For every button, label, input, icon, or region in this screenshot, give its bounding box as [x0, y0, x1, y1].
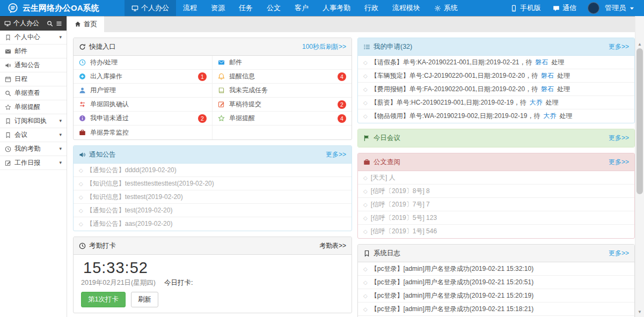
attendance-sheet-link[interactable]: 考勤表>>	[319, 241, 346, 250]
handler-name-link[interactable]: 磐石	[541, 71, 554, 80]
bookmark-icon	[5, 118, 11, 124]
sidebar-item-bill-remind[interactable]: 单据提醒	[0, 100, 67, 114]
search-icon[interactable]	[47, 20, 53, 27]
nav-item-hr-attendance[interactable]: 人事考勤	[316, 0, 357, 16]
user-avatar[interactable]	[588, 2, 599, 14]
nav-item-resource[interactable]: 资源	[204, 0, 232, 16]
quick-item-bill-remind[interactable]: 单据提醒 4	[213, 112, 352, 126]
list-item[interactable]: ◇【请假条】单号:KA-20190221-001,日期:2019-02-21，待…	[358, 56, 634, 69]
nav-item-system[interactable]: 系统	[427, 0, 465, 16]
more-link[interactable]: 更多>>	[609, 42, 629, 51]
list-item[interactable]: ◇【通知公告】aas(2019-02-20)	[74, 217, 352, 231]
quick-item-label: 我未完成任务	[229, 86, 268, 95]
punch-in-button[interactable]: 第1次打卡	[81, 292, 126, 307]
list-item[interactable]: ◇[信呼〔2019〕1号] 546	[358, 225, 634, 238]
my-applications-header: 我的申请(32) 更多>>	[358, 38, 634, 56]
list-item[interactable]: ◇【知识信息】testtesttesttesttest(2019-02-20)	[74, 177, 352, 190]
vertical-scrollbar[interactable]: ▲ ▼	[635, 16, 644, 317]
list-item[interactable]: ◇【pc登录】[admin]用户名登录成功(2019-02-21 15:18:2…	[358, 303, 634, 316]
quick-item-apply-rejected[interactable]: 我申请未通过 2	[74, 112, 213, 126]
scroll-up-icon[interactable]: ▲	[635, 41, 644, 48]
list-item[interactable]: ◇【车辆预定】单号:CJ-20190220-001,日期:2019-02-20，…	[358, 69, 634, 83]
quick-item-bill-monitor[interactable]: 单据异常监控	[74, 126, 213, 139]
sidebar-item-notice[interactable]: 通知公告	[0, 58, 67, 72]
nav-item-workflow[interactable]: 流程	[176, 0, 204, 16]
more-link[interactable]: 更多>>	[609, 134, 629, 143]
nav-item-label: 系统	[444, 3, 458, 13]
handler-name-link[interactable]: 大乔	[543, 112, 556, 121]
list-item[interactable]: ◇[信呼〔2019〕8号] 8	[358, 185, 634, 198]
count-badge: 4	[338, 114, 346, 123]
list-item[interactable]: ◇【通知公告】test(2019-02-20)	[74, 204, 352, 217]
sidebar-item-work-daily[interactable]: 工作日报 ▾	[0, 156, 67, 170]
quick-item-draft-submit[interactable]: 草稿待提交 2	[213, 98, 352, 112]
sidebar-item-subscribe[interactable]: 订阅和回执 ▾	[0, 114, 67, 128]
nav-item-label: 流程模块	[392, 3, 420, 13]
nav-item-personal-office[interactable]: 个人办公	[125, 0, 176, 16]
main-area: 首页 快捷入口 100秒后刷新>> 待办/处理 邮件	[68, 16, 644, 317]
more-link[interactable]: 更多>>	[609, 249, 629, 258]
sidebar-item-personal-center[interactable]: 个人中心 ▾	[0, 31, 67, 45]
sidebar-item-schedule[interactable]: 日程	[0, 72, 67, 86]
nav-item-workflow-module[interactable]: 流程模块	[385, 0, 427, 16]
list-item[interactable]: ◇【薪资】单号:HC-20190219-001,日期:2019-02-19，待大…	[358, 96, 634, 109]
diamond-bullet-icon: ◇	[79, 208, 83, 213]
handler-name-link[interactable]: 大乔	[530, 98, 543, 107]
list-item[interactable]: ◇【pc登录】[admin]用户名登录成功(2019-02-21 15:32:1…	[358, 262, 634, 276]
sidebar: 个人办公 个人中心 ▾ 邮件 通知公告 日程 单据查看 单据提醒 订阅和回执 ▾…	[0, 16, 67, 317]
sidebar-item-mail[interactable]: 邮件	[0, 45, 67, 58]
more-link[interactable]: 更多>>	[609, 158, 629, 167]
nav-item-label: 行政	[364, 3, 378, 13]
quick-entry-header: 快捷入口 100秒后刷新>>	[74, 38, 352, 56]
bars-icon[interactable]	[56, 20, 62, 27]
app-brand[interactable]: 云生网络办公OA系统	[0, 0, 125, 16]
sidebar-item-label: 单据提醒	[14, 102, 40, 112]
tab-home[interactable]: 首页	[68, 16, 104, 32]
list-item[interactable]: ◇【费用报销】单号:FA-20190220-001,日期:2019-02-20，…	[358, 83, 634, 96]
quick-item-warehouse[interactable]: 出入库操作 1	[74, 70, 213, 84]
today-meeting-header: 今日会议 更多>>	[358, 129, 634, 147]
gear-icon	[434, 5, 441, 12]
diamond-bullet-icon: ◇	[363, 86, 368, 92]
chevron-down-icon	[628, 5, 635, 12]
list-item[interactable]: ◇[信呼〔2019〕5号] 123	[358, 211, 634, 225]
nav-item-administration[interactable]: 行政	[357, 0, 385, 16]
list-item[interactable]: ◇【通知公告】dddd(2019-02-20)	[74, 164, 352, 177]
list-item[interactable]: ◇[天天] 人	[358, 171, 634, 185]
user-menu[interactable]: 管理员	[603, 3, 638, 13]
plus-circle-icon	[79, 73, 86, 80]
refresh-countdown-link[interactable]: 100秒后刷新>>	[302, 42, 346, 51]
list-item[interactable]: ◇[信呼〔2019〕7号] 7	[358, 198, 634, 211]
list-item[interactable]: ◇【pc登录】[admin]用户名登录成功(2019-02-21 15:20:5…	[358, 276, 634, 289]
list-item[interactable]: ◇【物品领用】单号:WA-20190219-002,日期:2019-02-19，…	[358, 109, 634, 123]
scrollbar-thumb[interactable]	[636, 48, 643, 194]
nav-item-customer[interactable]: 客户	[288, 0, 316, 16]
bell-icon	[218, 73, 225, 80]
quick-item-mail[interactable]: 邮件	[213, 56, 352, 70]
quick-item-receipt-confirm[interactable]: 单据回执确认	[74, 98, 213, 112]
quick-item-todo[interactable]: 待办/处理	[74, 56, 213, 70]
list-item[interactable]: ◇【pc登录】[admin]用户名登录成功(2019-02-21 15:20:1…	[358, 289, 634, 303]
list-item-text: 【pc登录】[admin]用户名登录成功(2019-02-21 15:32:10…	[371, 264, 533, 274]
sidebar-item-my-attendance[interactable]: 我的考勤 ▾	[0, 142, 67, 156]
handler-name-link[interactable]: 磐石	[541, 85, 554, 94]
calendar-icon	[5, 76, 11, 83]
list-item[interactable]: ◇【知识信息】testtest(2019-02-20)	[74, 190, 352, 204]
quick-item-unfinished-task[interactable]: 我未完成任务	[213, 84, 352, 98]
quick-item-remind-info[interactable]: 提醒信息 4	[213, 70, 352, 84]
more-link[interactable]: 更多>>	[326, 150, 346, 159]
list-item-text: 【通知公告】test(2019-02-20)	[86, 206, 173, 215]
quick-item-user-manage[interactable]: 用户管理	[74, 84, 213, 98]
sidebar-item-bill-view[interactable]: 单据查看	[0, 86, 67, 100]
phone-icon	[510, 5, 517, 12]
refresh-button[interactable]: 刷新	[131, 292, 158, 307]
nav-item-task[interactable]: 任务	[232, 0, 260, 16]
messaging-button[interactable]: 通信	[547, 3, 582, 13]
mobile-version-button[interactable]: 手机版	[504, 3, 547, 13]
diamond-bullet-icon: ◇	[363, 113, 368, 119]
nav-item-document[interactable]: 公文	[260, 0, 288, 16]
scroll-down-icon[interactable]: ▼	[635, 308, 644, 316]
sidebar-item-meeting[interactable]: 会议 ▾	[0, 128, 67, 142]
handler-name-link[interactable]: 磐石	[536, 58, 548, 67]
diamond-bullet-icon: ◇	[363, 100, 368, 106]
